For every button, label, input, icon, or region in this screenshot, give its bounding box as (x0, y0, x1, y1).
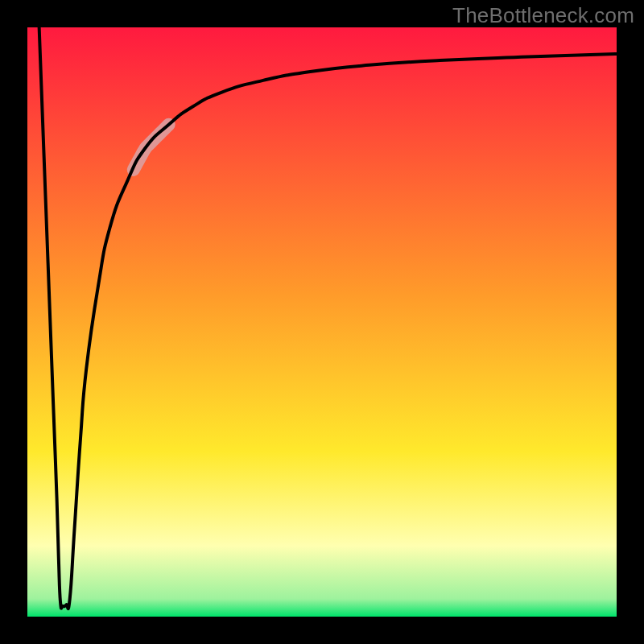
plot-background-gradient (27, 27, 617, 617)
bottleneck-curve-chart (0, 0, 644, 644)
watermark-text: TheBottleneck.com (452, 3, 634, 28)
chart-stage: TheBottleneck.com (0, 0, 644, 644)
